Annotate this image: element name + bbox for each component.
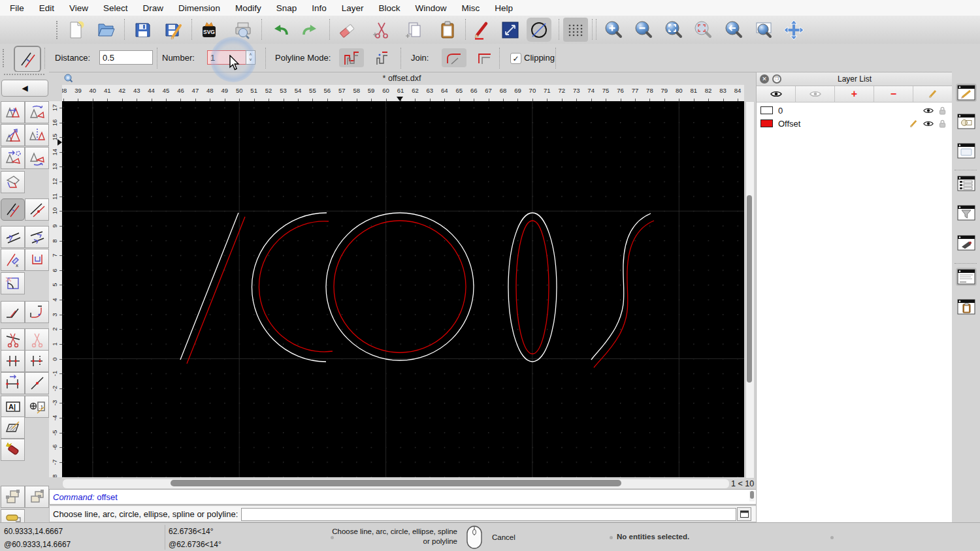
paste-button[interactable] [435, 18, 460, 42]
layer-row-offset[interactable]: Offset [757, 117, 953, 130]
undock-icon[interactable]: ❐ [772, 74, 781, 84]
tool-edit-block[interactable] [1, 486, 25, 508]
options-handle[interactable] [3, 49, 7, 67]
polyline-mode-offset-segments-button[interactable] [339, 48, 364, 67]
join-corner-button[interactable] [472, 48, 497, 67]
document-title-bar[interactable]: * offset.dxf [49, 72, 755, 85]
menu-block[interactable]: Block [379, 3, 400, 13]
tool-bevel[interactable] [1, 226, 25, 248]
pen-settings-panel-button[interactable] [956, 234, 977, 252]
menu-modify[interactable]: Modify [235, 3, 261, 13]
tool-trim-two[interactable] [25, 328, 49, 351]
zoom-selection-button[interactable] [691, 18, 715, 42]
auto-zoom-button[interactable] [661, 18, 686, 42]
hide-all-layers-button[interactable] [796, 86, 835, 102]
tool-scale[interactable] [1, 124, 25, 146]
layer-lock-icon[interactable] [939, 119, 946, 128]
toolbar-handle[interactable] [56, 21, 60, 39]
command-history[interactable]: Command: offset [49, 489, 757, 505]
cut-button[interactable] [369, 18, 394, 42]
tool-move-rotate[interactable] [1, 147, 25, 169]
zoom-out-button[interactable] [631, 18, 656, 42]
command-window-toggle-button[interactable] [737, 507, 751, 521]
tool-lengthen-shorten[interactable] [1, 350, 25, 372]
menu-dimension[interactable]: Dimension [178, 3, 220, 13]
tool-round-corner[interactable] [1, 272, 25, 294]
save-as-button[interactable] [161, 18, 186, 42]
back-button[interactable]: ◀ [1, 80, 48, 97]
clipping-checkbox[interactable]: ✓ [510, 53, 521, 64]
tool-stretch[interactable] [1, 372, 25, 394]
layer-list-panel-button[interactable] [956, 174, 977, 193]
menu-snap[interactable]: Snap [276, 3, 297, 13]
redo-button[interactable] [298, 18, 323, 42]
menu-draw[interactable]: Draw [143, 3, 164, 13]
tool-extend-shorten[interactable] [25, 350, 49, 372]
distance-input[interactable]: 0.5 [99, 50, 153, 65]
layer-lock-icon[interactable] [939, 106, 946, 115]
canvas-horizontal-scrollbar[interactable] [62, 479, 730, 489]
menu-file[interactable]: File [10, 3, 24, 13]
menu-window[interactable]: Window [416, 3, 447, 13]
tool-mirror[interactable] [25, 124, 49, 146]
edit-layer-button[interactable] [913, 86, 953, 102]
polyline-mode-offset-shape-button[interactable] [368, 48, 393, 67]
tool-fillet[interactable] [25, 301, 49, 323]
menu-layer[interactable]: Layer [342, 3, 364, 13]
block-list-panel-button[interactable] [956, 112, 977, 131]
clipboard-panel-button[interactable] [956, 298, 977, 316]
pan-button[interactable] [781, 18, 806, 42]
selection-filter-panel-button[interactable] [956, 204, 977, 222]
close-icon[interactable]: ✕ [760, 74, 769, 84]
layer-visible-icon[interactable] [923, 120, 934, 127]
previous-view-button[interactable] [721, 18, 746, 42]
layer-row-0[interactable]: 0 [757, 104, 953, 117]
svg-export-button[interactable]: SVG [197, 18, 221, 42]
layer-visible-icon[interactable] [923, 107, 934, 114]
tool-edit-text[interactable]: A| [1, 396, 25, 418]
line-tool-button[interactable] [498, 18, 523, 42]
command-line-panel-button[interactable] [956, 268, 977, 286]
tool-explode[interactable] [1, 439, 25, 461]
layer-panel-title-bar[interactable]: ✕ ❐ Layer List [757, 72, 953, 86]
remove-layer-button[interactable]: − [874, 86, 913, 102]
dock-handle[interactable] [4, 74, 44, 75]
tool-morph[interactable] [1, 171, 25, 193]
open-file-button[interactable] [93, 18, 118, 42]
drawing-canvas[interactable] [62, 101, 744, 477]
layer-color-swatch[interactable] [760, 119, 773, 127]
menu-misc[interactable]: Misc [462, 3, 480, 13]
tool-move-copy[interactable] [1, 101, 25, 123]
new-file-button[interactable] [63, 18, 88, 42]
command-history-scrollbar-thumb[interactable] [750, 491, 754, 499]
tool-lengthen[interactable]: x [1, 249, 25, 271]
canvas-vertical-scrollbar[interactable] [745, 101, 755, 479]
menu-select[interactable]: Select [103, 3, 128, 13]
ellipse-tool-button[interactable] [527, 18, 551, 42]
save-button[interactable] [130, 18, 155, 42]
menu-view[interactable]: View [69, 3, 88, 13]
tool-offset-selected[interactable] [1, 198, 25, 221]
undo-button[interactable] [268, 18, 293, 42]
property-editor-panel-button[interactable] [956, 84, 977, 102]
command-input[interactable] [241, 508, 736, 521]
vertical-scrollbar-thumb[interactable] [747, 195, 752, 383]
menu-help[interactable]: Help [495, 3, 513, 13]
tool-edit-hatch[interactable] [1, 417, 25, 439]
menu-edit[interactable]: Edit [39, 3, 54, 13]
tool-edit-dimension[interactable]: .1 [25, 396, 49, 418]
join-round-button[interactable] [442, 48, 466, 67]
draw-pencil-button[interactable] [470, 18, 495, 42]
zoom-window-button[interactable] [751, 18, 776, 42]
tool-rotate-two[interactable] [25, 147, 49, 169]
horizontal-scrollbar-thumb[interactable] [171, 480, 621, 486]
tool-offset-distance[interactable] [25, 198, 49, 221]
tool-rotate[interactable] [25, 101, 49, 123]
tool-divide[interactable] [25, 372, 49, 394]
library-browser-panel-button[interactable] [956, 142, 977, 160]
zoom-in-button[interactable] [601, 18, 626, 42]
grid-toggle-button[interactable] [563, 18, 588, 42]
tool-trim[interactable] [1, 328, 25, 351]
tool-create-block[interactable] [25, 486, 49, 508]
menu-info[interactable]: Info [312, 3, 327, 13]
